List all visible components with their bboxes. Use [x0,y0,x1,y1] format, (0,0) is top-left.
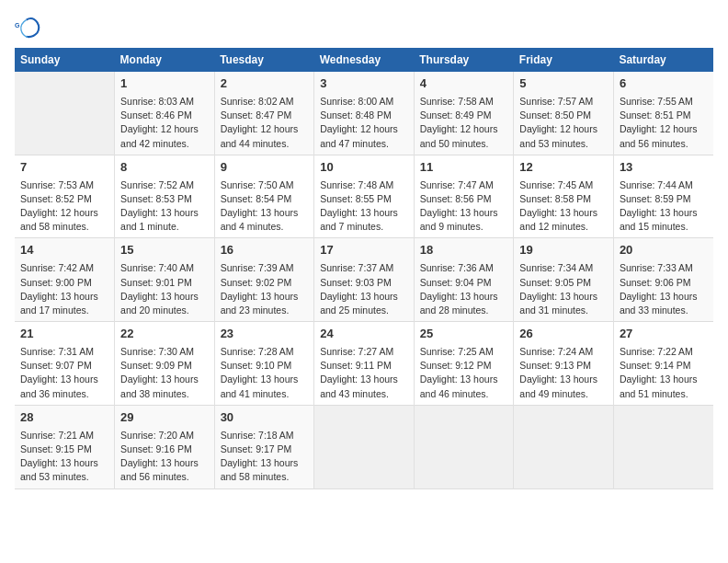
day-number: 8 [120,159,209,177]
weekday-header-thursday: Thursday [414,48,514,72]
day-info: Sunrise: 7:40 AMSunset: 9:01 PMDaylight:… [120,261,209,317]
day-info: Sunrise: 7:30 AMSunset: 9:09 PMDaylight:… [120,345,209,401]
day-info: Sunrise: 7:33 AMSunset: 9:06 PMDaylight:… [620,261,708,317]
day-info: Sunrise: 8:02 AMSunset: 8:47 PMDaylight:… [221,95,309,151]
calendar-cell: 7Sunrise: 7:53 AMSunset: 8:52 PMDaylight… [15,155,115,238]
weekday-header-monday: Monday [115,48,215,72]
day-number: 5 [519,75,608,93]
day-info: Sunrise: 7:18 AMSunset: 9:17 PMDaylight:… [221,429,309,485]
day-info: Sunrise: 7:27 AMSunset: 9:11 PMDaylight:… [320,345,408,401]
day-number: 11 [420,159,508,177]
day-number: 2 [221,75,309,93]
day-info: Sunrise: 7:36 AMSunset: 9:04 PMDaylight:… [420,261,508,317]
weekday-header-row: SundayMondayTuesdayWednesdayThursdayFrid… [15,48,713,72]
week-row-2: 7Sunrise: 7:53 AMSunset: 8:52 PMDaylight… [15,155,713,238]
calendar-cell: 16Sunrise: 7:39 AMSunset: 9:02 PMDayligh… [214,238,314,322]
header: G [15,15,713,40]
logo-icon: G [15,15,40,40]
calendar-cell [314,405,415,488]
day-number: 3 [320,75,408,93]
day-number: 6 [620,75,708,93]
day-number: 24 [320,326,408,343]
day-info: Sunrise: 7:58 AMSunset: 8:49 PMDaylight:… [420,95,508,151]
day-info: Sunrise: 7:44 AMSunset: 8:59 PMDaylight:… [620,178,708,235]
calendar-cell: 29Sunrise: 7:20 AMSunset: 9:16 PMDayligh… [115,405,215,488]
day-info: Sunrise: 7:34 AMSunset: 9:05 PMDaylight:… [519,261,608,317]
calendar-cell: 24Sunrise: 7:27 AMSunset: 9:11 PMDayligh… [314,322,415,406]
calendar-cell: 6Sunrise: 7:55 AMSunset: 8:51 PMDaylight… [613,72,713,155]
day-info: Sunrise: 7:24 AMSunset: 9:13 PMDaylight:… [519,345,608,401]
weekday-header-tuesday: Tuesday [214,48,314,72]
day-info: Sunrise: 7:20 AMSunset: 9:16 PMDaylight:… [120,429,209,485]
day-number: 17 [320,242,408,259]
day-info: Sunrise: 7:25 AMSunset: 9:12 PMDaylight:… [420,345,508,401]
calendar-cell [613,405,713,488]
day-number: 18 [420,242,508,259]
calendar-cell: 27Sunrise: 7:22 AMSunset: 9:14 PMDayligh… [613,322,713,406]
day-number: 7 [20,159,108,177]
calendar-cell [414,405,514,488]
calendar-cell: 8Sunrise: 7:52 AMSunset: 8:53 PMDaylight… [115,155,215,238]
week-row-4: 21Sunrise: 7:31 AMSunset: 9:07 PMDayligh… [15,322,713,406]
day-number: 30 [221,409,309,427]
day-info: Sunrise: 7:39 AMSunset: 9:02 PMDaylight:… [221,261,309,317]
calendar-cell: 14Sunrise: 7:42 AMSunset: 9:00 PMDayligh… [15,238,115,322]
day-number: 4 [420,75,508,93]
calendar-cell: 4Sunrise: 7:58 AMSunset: 8:49 PMDaylight… [414,72,514,155]
day-info: Sunrise: 7:52 AMSunset: 8:53 PMDaylight:… [120,178,209,235]
calendar-cell: 20Sunrise: 7:33 AMSunset: 9:06 PMDayligh… [613,238,713,322]
calendar-cell: 5Sunrise: 7:57 AMSunset: 8:50 PMDaylight… [514,72,614,155]
day-number: 13 [620,159,708,177]
day-info: Sunrise: 7:47 AMSunset: 8:56 PMDaylight:… [420,178,508,235]
day-number: 29 [120,409,209,427]
day-info: Sunrise: 7:50 AMSunset: 8:54 PMDaylight:… [221,178,309,235]
day-number: 10 [320,159,408,177]
calendar-cell: 18Sunrise: 7:36 AMSunset: 9:04 PMDayligh… [414,238,514,322]
day-info: Sunrise: 7:42 AMSunset: 9:00 PMDaylight:… [20,261,108,317]
calendar-cell: 12Sunrise: 7:45 AMSunset: 8:58 PMDayligh… [514,155,614,238]
calendar-cell: 28Sunrise: 7:21 AMSunset: 9:15 PMDayligh… [15,405,115,488]
calendar-cell [15,72,115,155]
day-info: Sunrise: 7:45 AMSunset: 8:58 PMDaylight:… [519,178,608,235]
calendar-cell: 13Sunrise: 7:44 AMSunset: 8:59 PMDayligh… [613,155,713,238]
calendar-cell: 1Sunrise: 8:03 AMSunset: 8:46 PMDaylight… [115,72,215,155]
day-number: 23 [221,326,309,343]
day-number: 12 [519,159,608,177]
calendar-cell: 25Sunrise: 7:25 AMSunset: 9:12 PMDayligh… [414,322,514,406]
calendar-cell: 15Sunrise: 7:40 AMSunset: 9:01 PMDayligh… [115,238,215,322]
day-number: 27 [620,326,708,343]
calendar-cell: 9Sunrise: 7:50 AMSunset: 8:54 PMDaylight… [214,155,314,238]
day-number: 19 [519,242,608,259]
week-row-1: 1Sunrise: 8:03 AMSunset: 8:46 PMDaylight… [15,72,713,155]
weekday-header-friday: Friday [514,48,614,72]
calendar-cell: 23Sunrise: 7:28 AMSunset: 9:10 PMDayligh… [214,322,314,406]
day-info: Sunrise: 8:00 AMSunset: 8:48 PMDaylight:… [320,95,408,151]
day-info: Sunrise: 7:48 AMSunset: 8:55 PMDaylight:… [320,178,408,235]
day-number: 26 [519,326,608,343]
day-number: 22 [120,326,209,343]
calendar-cell: 22Sunrise: 7:30 AMSunset: 9:09 PMDayligh… [115,322,215,406]
calendar-cell: 11Sunrise: 7:47 AMSunset: 8:56 PMDayligh… [414,155,514,238]
day-info: Sunrise: 7:55 AMSunset: 8:51 PMDaylight:… [620,95,708,151]
day-info: Sunrise: 7:22 AMSunset: 9:14 PMDaylight:… [620,345,708,401]
week-row-3: 14Sunrise: 7:42 AMSunset: 9:00 PMDayligh… [15,238,713,322]
weekday-header-wednesday: Wednesday [314,48,415,72]
day-number: 25 [420,326,508,343]
day-info: Sunrise: 7:53 AMSunset: 8:52 PMDaylight:… [20,178,108,235]
calendar-cell: 30Sunrise: 7:18 AMSunset: 9:17 PMDayligh… [214,405,314,488]
calendar-cell: 10Sunrise: 7:48 AMSunset: 8:55 PMDayligh… [314,155,415,238]
day-number: 9 [221,159,309,177]
calendar-cell: 2Sunrise: 8:02 AMSunset: 8:47 PMDaylight… [214,72,314,155]
day-number: 20 [620,242,708,259]
calendar-cell: 19Sunrise: 7:34 AMSunset: 9:05 PMDayligh… [514,238,614,322]
day-number: 1 [120,75,209,93]
day-number: 15 [120,242,209,259]
svg-text:G: G [15,22,20,29]
day-number: 28 [20,409,108,427]
day-info: Sunrise: 7:37 AMSunset: 9:03 PMDaylight:… [320,261,408,317]
day-number: 21 [20,326,108,343]
calendar-cell: 3Sunrise: 8:00 AMSunset: 8:48 PMDaylight… [314,72,415,155]
calendar-cell: 17Sunrise: 7:37 AMSunset: 9:03 PMDayligh… [314,238,415,322]
day-info: Sunrise: 8:03 AMSunset: 8:46 PMDaylight:… [120,95,209,151]
day-info: Sunrise: 7:57 AMSunset: 8:50 PMDaylight:… [519,95,608,151]
